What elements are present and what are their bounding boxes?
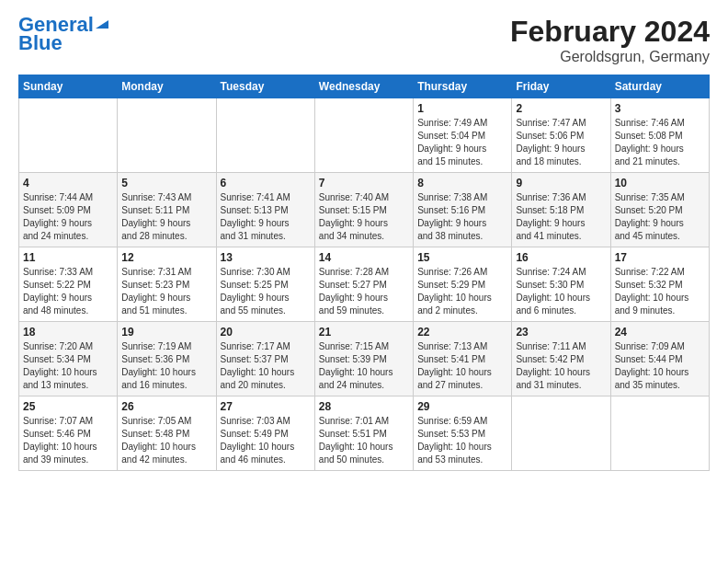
week-row-4: 25Sunrise: 7:07 AM Sunset: 5:46 PM Dayli… xyxy=(19,396,710,471)
day-number: 14 xyxy=(319,251,409,264)
cell-w3-d0: 18Sunrise: 7:20 AM Sunset: 5:34 PM Dayli… xyxy=(19,322,118,396)
day-number: 23 xyxy=(516,326,606,339)
day-number: 9 xyxy=(516,177,606,190)
title-block: February 2024 Geroldsgrun, Germany xyxy=(510,15,710,65)
day-info: Sunrise: 7:05 AM Sunset: 5:48 PM Dayligh… xyxy=(121,415,211,466)
cell-w4-d3: 28Sunrise: 7:01 AM Sunset: 5:51 PM Dayli… xyxy=(314,396,413,471)
col-sunday: Sunday xyxy=(19,75,118,98)
cell-w1-d3: 7Sunrise: 7:40 AM Sunset: 5:15 PM Daylig… xyxy=(314,173,413,247)
day-info: Sunrise: 7:35 AM Sunset: 5:20 PM Dayligh… xyxy=(615,191,705,243)
day-info: Sunrise: 7:30 AM Sunset: 5:25 PM Dayligh… xyxy=(221,266,311,317)
day-number: 16 xyxy=(516,251,606,264)
day-number: 10 xyxy=(615,177,705,190)
page: General Blue February 2024 Geroldsgrun, … xyxy=(0,0,728,480)
day-info: Sunrise: 6:59 AM Sunset: 5:53 PM Dayligh… xyxy=(417,415,507,466)
cell-w1-d0: 4Sunrise: 7:44 AM Sunset: 5:09 PM Daylig… xyxy=(19,173,118,247)
day-number: 4 xyxy=(23,177,113,190)
cell-w4-d2: 27Sunrise: 7:03 AM Sunset: 5:49 PM Dayli… xyxy=(216,396,314,471)
day-info: Sunrise: 7:20 AM Sunset: 5:34 PM Dayligh… xyxy=(23,340,113,392)
cell-w1-d1: 5Sunrise: 7:43 AM Sunset: 5:11 PM Daylig… xyxy=(118,173,216,247)
cell-w2-d0: 11Sunrise: 7:33 AM Sunset: 5:22 PM Dayli… xyxy=(19,247,118,322)
day-info: Sunrise: 7:19 AM Sunset: 5:36 PM Dayligh… xyxy=(121,340,211,392)
day-number: 19 xyxy=(121,326,211,339)
cell-w4-d6 xyxy=(610,396,709,471)
cell-w2-d6: 17Sunrise: 7:22 AM Sunset: 5:32 PM Dayli… xyxy=(610,247,709,322)
cell-w2-d1: 12Sunrise: 7:31 AM Sunset: 5:23 PM Dayli… xyxy=(118,247,216,322)
col-tuesday: Tuesday xyxy=(216,75,314,98)
cell-w4-d5 xyxy=(512,396,610,471)
cell-w0-d1 xyxy=(118,98,216,173)
day-info: Sunrise: 7:33 AM Sunset: 5:22 PM Dayligh… xyxy=(23,266,113,317)
day-number: 26 xyxy=(121,400,211,413)
cell-w1-d4: 8Sunrise: 7:38 AM Sunset: 5:16 PM Daylig… xyxy=(414,173,512,247)
cell-w3-d4: 22Sunrise: 7:13 AM Sunset: 5:41 PM Dayli… xyxy=(414,322,512,396)
day-info: Sunrise: 7:44 AM Sunset: 5:09 PM Dayligh… xyxy=(23,191,113,243)
day-number: 21 xyxy=(319,326,409,339)
day-info: Sunrise: 7:17 AM Sunset: 5:37 PM Dayligh… xyxy=(221,340,311,392)
day-info: Sunrise: 7:41 AM Sunset: 5:13 PM Dayligh… xyxy=(221,191,311,243)
col-saturday: Saturday xyxy=(610,75,709,98)
col-friday: Friday xyxy=(512,75,610,98)
day-number: 2 xyxy=(516,102,606,115)
cell-w1-d2: 6Sunrise: 7:41 AM Sunset: 5:13 PM Daylig… xyxy=(216,173,314,247)
cell-w0-d4: 1Sunrise: 7:49 AM Sunset: 5:04 PM Daylig… xyxy=(414,98,512,173)
day-info: Sunrise: 7:31 AM Sunset: 5:23 PM Dayligh… xyxy=(121,266,211,317)
cell-w2-d2: 13Sunrise: 7:30 AM Sunset: 5:25 PM Dayli… xyxy=(216,247,314,322)
calendar-table: Sunday Monday Tuesday Wednesday Thursday… xyxy=(18,75,710,471)
cell-w0-d0 xyxy=(19,98,118,173)
cell-w4-d4: 29Sunrise: 6:59 AM Sunset: 5:53 PM Dayli… xyxy=(414,396,512,471)
day-info: Sunrise: 7:22 AM Sunset: 5:32 PM Dayligh… xyxy=(615,266,705,317)
day-number: 11 xyxy=(23,251,113,264)
week-row-0: 1Sunrise: 7:49 AM Sunset: 5:04 PM Daylig… xyxy=(19,98,710,173)
calendar-subtitle: Geroldsgrun, Germany xyxy=(510,49,710,65)
cell-w1-d6: 10Sunrise: 7:35 AM Sunset: 5:20 PM Dayli… xyxy=(610,173,709,247)
calendar-title: February 2024 xyxy=(510,15,710,49)
day-info: Sunrise: 7:24 AM Sunset: 5:30 PM Dayligh… xyxy=(516,266,606,317)
cell-w2-d3: 14Sunrise: 7:28 AM Sunset: 5:27 PM Dayli… xyxy=(314,247,413,322)
cell-w4-d1: 26Sunrise: 7:05 AM Sunset: 5:48 PM Dayli… xyxy=(118,396,216,471)
cell-w3-d3: 21Sunrise: 7:15 AM Sunset: 5:39 PM Dayli… xyxy=(314,322,413,396)
day-number: 17 xyxy=(615,251,705,264)
day-info: Sunrise: 7:46 AM Sunset: 5:08 PM Dayligh… xyxy=(615,117,705,168)
day-info: Sunrise: 7:09 AM Sunset: 5:44 PM Dayligh… xyxy=(615,340,705,392)
logo-arrow-icon xyxy=(96,20,108,29)
logo-blue: Blue xyxy=(18,31,63,55)
day-number: 29 xyxy=(417,400,507,413)
day-info: Sunrise: 7:36 AM Sunset: 5:18 PM Dayligh… xyxy=(516,191,606,243)
day-info: Sunrise: 7:47 AM Sunset: 5:06 PM Dayligh… xyxy=(516,117,606,168)
week-row-3: 18Sunrise: 7:20 AM Sunset: 5:34 PM Dayli… xyxy=(19,322,710,396)
header: General Blue February 2024 Geroldsgrun, … xyxy=(18,15,710,65)
day-number: 12 xyxy=(121,251,211,264)
col-wednesday: Wednesday xyxy=(314,75,413,98)
day-number: 7 xyxy=(319,177,409,190)
day-info: Sunrise: 7:43 AM Sunset: 5:11 PM Dayligh… xyxy=(121,191,211,243)
cell-w3-d5: 23Sunrise: 7:11 AM Sunset: 5:42 PM Dayli… xyxy=(512,322,610,396)
cell-w0-d3 xyxy=(314,98,413,173)
col-thursday: Thursday xyxy=(414,75,512,98)
cell-w2-d5: 16Sunrise: 7:24 AM Sunset: 5:30 PM Dayli… xyxy=(512,247,610,322)
col-monday: Monday xyxy=(118,75,216,98)
day-info: Sunrise: 7:11 AM Sunset: 5:42 PM Dayligh… xyxy=(516,340,606,392)
day-number: 20 xyxy=(221,326,311,339)
day-info: Sunrise: 7:28 AM Sunset: 5:27 PM Dayligh… xyxy=(319,266,409,317)
day-info: Sunrise: 7:15 AM Sunset: 5:39 PM Dayligh… xyxy=(319,340,409,392)
day-number: 1 xyxy=(417,102,507,115)
cell-w0-d2 xyxy=(216,98,314,173)
day-number: 18 xyxy=(23,326,113,339)
week-row-1: 4Sunrise: 7:44 AM Sunset: 5:09 PM Daylig… xyxy=(19,173,710,247)
logo: General Blue xyxy=(18,15,108,55)
day-number: 28 xyxy=(319,400,409,413)
day-number: 25 xyxy=(23,400,113,413)
day-info: Sunrise: 7:26 AM Sunset: 5:29 PM Dayligh… xyxy=(417,266,507,317)
cell-w0-d5: 2Sunrise: 7:47 AM Sunset: 5:06 PM Daylig… xyxy=(512,98,610,173)
day-info: Sunrise: 7:38 AM Sunset: 5:16 PM Dayligh… xyxy=(417,191,507,243)
day-number: 3 xyxy=(615,102,705,115)
day-info: Sunrise: 7:13 AM Sunset: 5:41 PM Dayligh… xyxy=(417,340,507,392)
cell-w0-d6: 3Sunrise: 7:46 AM Sunset: 5:08 PM Daylig… xyxy=(610,98,709,173)
day-number: 24 xyxy=(615,326,705,339)
cell-w3-d1: 19Sunrise: 7:19 AM Sunset: 5:36 PM Dayli… xyxy=(118,322,216,396)
day-info: Sunrise: 7:07 AM Sunset: 5:46 PM Dayligh… xyxy=(23,415,113,466)
cell-w1-d5: 9Sunrise: 7:36 AM Sunset: 5:18 PM Daylig… xyxy=(512,173,610,247)
day-number: 27 xyxy=(221,400,311,413)
day-info: Sunrise: 7:40 AM Sunset: 5:15 PM Dayligh… xyxy=(319,191,409,243)
